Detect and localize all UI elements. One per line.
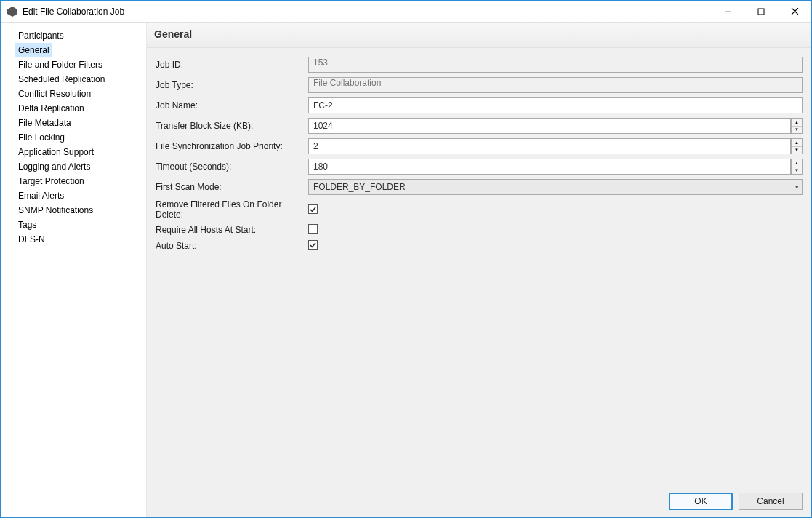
sidebar-item-logging-alerts[interactable]: Logging and Alerts	[15, 159, 93, 174]
sidebar-item-dfs-n[interactable]: DFS-N	[15, 232, 48, 247]
label-remove-filtered: Remove Filtered Files On Folder Delete:	[156, 199, 308, 220]
cancel-button[interactable]: Cancel	[739, 493, 803, 510]
block-size-down[interactable]: ▼	[792, 127, 802, 134]
sidebar-item-general[interactable]: General	[15, 43, 52, 57]
sidebar-item-delta-replication[interactable]: Delta Replication	[15, 101, 87, 116]
maximize-button[interactable]	[744, 1, 778, 23]
svg-rect-2	[758, 9, 764, 15]
label-job-type: Job Type:	[156, 80, 308, 90]
checkbox-require-hosts[interactable]	[308, 224, 318, 234]
label-auto-start: Auto Start:	[156, 241, 308, 251]
field-job-id: 153	[308, 57, 803, 73]
label-block-size: Transfer Block Size (KB):	[156, 121, 308, 131]
field-job-type: File Collaboration	[308, 77, 803, 93]
window-title: Edit File Collaboration Job	[23, 7, 124, 17]
minimize-button[interactable]	[711, 1, 744, 23]
page-title: General	[147, 23, 811, 48]
priority-up[interactable]: ▲	[792, 139, 802, 147]
timeout-down[interactable]: ▼	[792, 167, 802, 175]
checkbox-remove-filtered[interactable]	[308, 204, 318, 214]
app-icon	[7, 6, 18, 17]
svg-marker-0	[7, 7, 17, 17]
checkbox-auto-start[interactable]	[308, 240, 318, 250]
sidebar-item-file-metadata[interactable]: File Metadata	[15, 116, 74, 130]
label-job-id: Job ID:	[156, 60, 308, 70]
field-job-name[interactable]	[308, 97, 803, 113]
field-block-size[interactable]	[308, 118, 791, 134]
priority-down[interactable]: ▼	[792, 147, 802, 154]
scan-mode-value: FOLDER_BY_FOLDER	[313, 182, 406, 192]
timeout-up[interactable]: ▲	[792, 159, 802, 167]
sidebar-item-conflict-resolution[interactable]: Conflict Resolution	[15, 87, 94, 101]
form: Job ID: 153 Job Type: File Collaboration…	[147, 48, 811, 261]
sidebar-item-tags[interactable]: Tags	[15, 218, 39, 232]
field-scan-mode[interactable]: FOLDER_BY_FOLDER ▾	[308, 179, 803, 195]
label-job-name: Job Name:	[156, 100, 308, 111]
label-timeout: Timeout (Seconds):	[156, 162, 308, 172]
sidebar-item-target-protection[interactable]: Target Protection	[15, 174, 87, 188]
sidebar-item-scheduled-replication[interactable]: Scheduled Replication	[15, 72, 108, 87]
sidebar-item-file-folder-filters[interactable]: File and Folder Filters	[15, 57, 105, 72]
label-scan-mode: First Scan Mode:	[156, 182, 308, 192]
chevron-down-icon: ▾	[795, 183, 799, 191]
sidebar: Participants General File and Folder Fil…	[1, 23, 146, 517]
sidebar-item-participants[interactable]: Participants	[15, 28, 67, 43]
titlebar: Edit File Collaboration Job	[1, 1, 811, 23]
sidebar-item-email-alerts[interactable]: Email Alerts	[15, 188, 67, 203]
sidebar-item-snmp-notifications[interactable]: SNMP Notifications	[15, 203, 96, 218]
field-timeout[interactable]	[308, 159, 791, 175]
label-require-hosts: Require All Hosts At Start:	[156, 225, 308, 235]
close-button[interactable]	[778, 1, 811, 23]
field-priority[interactable]	[308, 138, 791, 154]
sidebar-item-file-locking[interactable]: File Locking	[15, 130, 68, 145]
ok-button[interactable]: OK	[669, 493, 733, 510]
sidebar-item-application-support[interactable]: Application Support	[15, 145, 97, 159]
label-priority: File Synchronization Job Priority:	[156, 141, 308, 151]
block-size-up[interactable]: ▲	[792, 119, 802, 127]
dialog-footer: OK Cancel	[147, 485, 811, 517]
